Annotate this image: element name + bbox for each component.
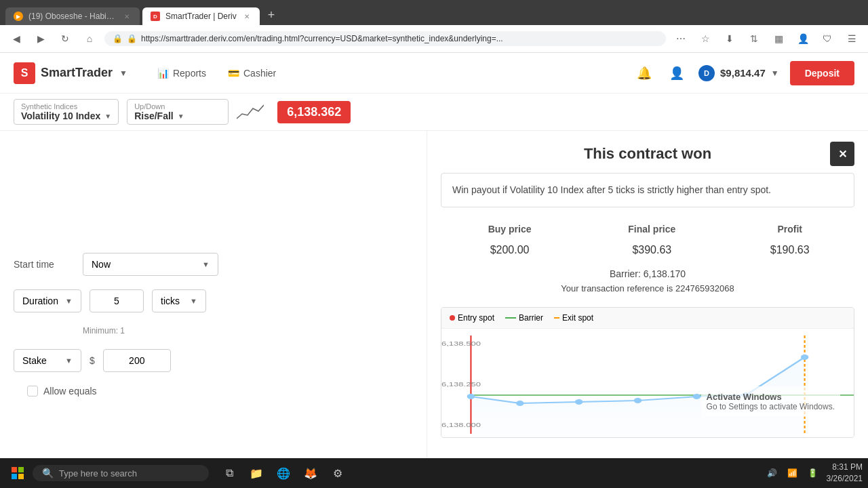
tab-title-1: (19) Oboseshe - Habib Wah... xyxy=(28,12,117,21)
taskbar-edge[interactable]: 🌐 xyxy=(271,461,296,485)
taskbar-pinned-icons: ⧉ 📁 🌐 🦊 ⚙ xyxy=(217,461,350,485)
allow-equals-row: Allow equals xyxy=(27,386,413,396)
mini-chart xyxy=(237,102,264,122)
security-icon: 🔒 xyxy=(113,34,123,43)
tab-favicon-1: ▶ xyxy=(14,12,23,21)
balance-chevron: ▼ xyxy=(771,68,779,78)
duration-select[interactable]: Duration ▼ xyxy=(14,289,81,312)
battery-icon[interactable]: 🔋 xyxy=(805,465,821,481)
duration-row: Duration ▼ ticks ▼ xyxy=(14,289,413,312)
svg-point-7 xyxy=(634,398,642,403)
tab-close-1[interactable]: ✕ xyxy=(122,12,132,21)
address-input[interactable] xyxy=(141,34,658,43)
start-time-chevron: ▼ xyxy=(202,260,210,268)
svg-text:6,138.500: 6,138.500 xyxy=(441,340,481,347)
contract-won-header: This contract won ✕ xyxy=(427,131,868,173)
barrier-value: Barrier: 6,138.170 xyxy=(441,268,854,279)
browser-tab-2[interactable]: D SmartTrader | Deriv ✕ xyxy=(142,7,260,25)
notification-icon[interactable]: 🔔 xyxy=(633,62,655,84)
reload-button[interactable]: ↻ xyxy=(56,29,75,48)
buy-price-header: Buy price xyxy=(441,218,578,240)
cashier-icon: 💳 xyxy=(228,68,239,79)
profile-icon[interactable]: 👤 xyxy=(793,29,812,48)
entry-spot-legend: Entry spot xyxy=(450,313,494,323)
currency-icon: D xyxy=(698,65,715,81)
close-overlay-button[interactable]: ✕ xyxy=(830,142,854,166)
address-bar[interactable]: 🔒 🔒 xyxy=(104,31,666,46)
stake-label: Stake xyxy=(22,355,47,366)
home-button[interactable]: ⌂ xyxy=(80,29,99,48)
bookmark-icon[interactable]: ☆ xyxy=(696,29,715,48)
volume-icon[interactable]: 🔊 xyxy=(764,465,781,481)
menu-icon[interactable]: ☰ xyxy=(842,29,861,48)
app5-icon: ⚙ xyxy=(333,467,342,480)
header-nav: 📊 Reports 💳 Cashier xyxy=(148,62,285,84)
browser-tab-1[interactable]: ▶ (19) Oboseshe - Habib Wah... ✕ xyxy=(5,7,140,25)
taskbar-app5[interactable]: ⚙ xyxy=(326,461,350,485)
download-icon[interactable]: ⬇ xyxy=(720,29,739,48)
duration-unit-value: ticks xyxy=(161,296,180,306)
market-instrument-value: Volatility 10 Index ▼ xyxy=(21,110,111,121)
brand-chevron[interactable]: ▼ xyxy=(119,68,127,78)
windows-logo xyxy=(12,467,24,479)
duration-label: Duration xyxy=(22,296,58,306)
task-view-icon: ⧉ xyxy=(226,467,233,479)
balance-amount: $9,814.47 xyxy=(720,67,766,79)
reports-nav-item[interactable]: 📊 Reports xyxy=(148,62,216,84)
tab-close-2[interactable]: ✕ xyxy=(242,12,252,21)
stake-type-select[interactable]: Stake ▼ xyxy=(14,349,81,372)
svg-point-10 xyxy=(801,354,809,360)
back-button[interactable]: ◀ xyxy=(7,29,26,48)
start-time-select[interactable]: Now ▼ xyxy=(83,253,218,276)
shield-icon[interactable]: 🛡 xyxy=(818,29,837,48)
stake-chevron: ▼ xyxy=(65,357,73,365)
app-logo[interactable]: S SmartTrader ▼ xyxy=(14,62,127,84)
taskbar-task-view[interactable]: ⧉ xyxy=(217,461,241,485)
chart-legend: Entry spot Barrier Exit spot xyxy=(441,308,854,329)
barrier-legend-label: Barrier xyxy=(519,313,543,323)
svg-point-6 xyxy=(575,399,583,405)
forward-button[interactable]: ▶ xyxy=(31,29,50,48)
edge-icon: 🌐 xyxy=(277,467,290,480)
buy-price-value: $200.00 xyxy=(441,240,578,260)
exit-spot-indicator xyxy=(554,317,559,319)
wifi-icon[interactable]: 📶 xyxy=(785,465,801,481)
duration-unit-select[interactable]: ticks ▼ xyxy=(152,289,206,312)
duration-value-input[interactable] xyxy=(90,289,144,312)
svg-rect-14 xyxy=(12,467,17,472)
browser-nav: ◀ ▶ ↻ ⌂ 🔒 🔒 ⋯ ☆ ⬇ ⇅ ▦ 👤 🛡 ☰ xyxy=(0,25,868,53)
trade-type-name: Rise/Fall xyxy=(134,110,174,121)
start-button[interactable] xyxy=(5,461,30,485)
taskbar-firefox[interactable]: 🦊 xyxy=(298,461,323,485)
duration-section: Duration ▼ ticks ▼ Minimum: 1 xyxy=(14,289,413,336)
svg-text:6,138.250: 6,138.250 xyxy=(441,381,481,388)
market-category-selector[interactable]: Synthetic Indices Volatility 10 Index ▼ xyxy=(14,99,119,125)
extensions-icon[interactable]: ⋯ xyxy=(671,29,690,48)
win-description: Win payout if Volatility 10 Index after … xyxy=(441,173,854,207)
stake-value-input[interactable] xyxy=(103,349,171,372)
balance-display[interactable]: D $9,814.47 ▼ xyxy=(698,65,779,81)
market-type-selector[interactable]: Up/Down Rise/Fall ▼ xyxy=(127,99,229,125)
deposit-button[interactable]: Deposit xyxy=(790,61,854,85)
sidebar-icon[interactable]: ▦ xyxy=(769,29,788,48)
user-icon[interactable]: 👤 xyxy=(666,62,688,84)
svg-rect-15 xyxy=(18,467,24,472)
taskbar-file-explorer[interactable]: 📁 xyxy=(244,461,269,485)
activate-windows-watermark: Activate Windows Go to Settings to activ… xyxy=(701,386,840,417)
new-tab-button[interactable]: + xyxy=(262,5,281,25)
reports-icon: 📊 xyxy=(157,68,169,79)
final-price-header: Final price xyxy=(578,218,725,240)
taskbar-search-bar[interactable]: 🔍 Type here to search xyxy=(33,465,209,481)
contract-won-title: This contract won xyxy=(465,145,830,163)
stake-currency-sign: $ xyxy=(90,355,95,366)
taskbar-clock[interactable]: 8:31 PM 3/26/2021 xyxy=(827,462,863,485)
svg-point-5 xyxy=(516,401,524,406)
allow-equals-checkbox[interactable] xyxy=(27,386,38,396)
allow-equals-label: Allow equals xyxy=(43,386,97,396)
taskbar-search-icon: 🔍 xyxy=(42,468,54,479)
taskbar-time-value: 8:31 PM xyxy=(827,462,863,473)
cashier-nav-item[interactable]: 💳 Cashier xyxy=(218,62,285,84)
mini-chart-svg xyxy=(237,102,264,122)
contract-chart-container: Entry spot Barrier Exit spot xyxy=(441,307,854,438)
sync-icon[interactable]: ⇅ xyxy=(745,29,764,48)
